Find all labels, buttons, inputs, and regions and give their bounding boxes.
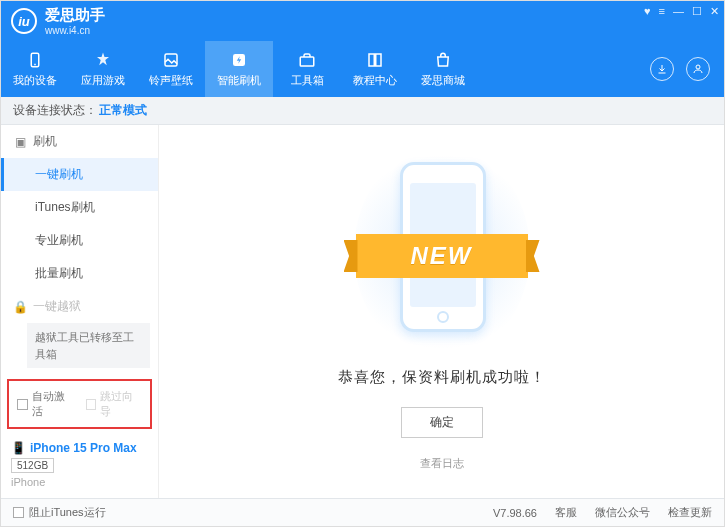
lock-icon: 🔒 (13, 300, 27, 314)
device-name: iPhone 15 Pro Max (30, 441, 137, 455)
book-icon (365, 50, 385, 70)
view-log-link[interactable]: 查看日志 (420, 456, 464, 471)
device-info: 📱 iPhone 15 Pro Max 512GB iPhone (1, 435, 158, 498)
sidebar-item-itunes-flash[interactable]: iTunes刷机 (1, 191, 158, 224)
logo-icon: iu (11, 8, 37, 34)
checkbox-skip-guide[interactable]: 跳过向导 (86, 389, 143, 419)
sidebar-item-one-click-flash[interactable]: 一键刷机 (1, 158, 158, 191)
close-icon[interactable]: ✕ (710, 5, 719, 18)
sidebar-item-batch-flash[interactable]: 批量刷机 (1, 257, 158, 290)
device-icon (25, 50, 45, 70)
user-button[interactable] (686, 57, 710, 81)
new-ribbon: NEW (356, 234, 528, 278)
footer-link-wechat[interactable]: 微信公众号 (595, 505, 650, 520)
checkbox-icon (17, 399, 28, 410)
footer: 阻止iTunes运行 V7.98.66 客服 微信公众号 检查更新 (1, 498, 724, 526)
group-jailbreak: 🔒 一键越狱 (1, 290, 158, 323)
nav-toolbox[interactable]: 工具箱 (273, 41, 341, 97)
success-illustration: NEW (362, 152, 522, 352)
status-value: 正常模式 (99, 102, 147, 119)
maximize-icon[interactable]: ☐ (692, 5, 702, 18)
svg-rect-4 (300, 57, 314, 66)
nav-my-device[interactable]: 我的设备 (1, 41, 69, 97)
nav-tutorials[interactable]: 教程中心 (341, 41, 409, 97)
sidebar: ▣ 刷机 一键刷机 iTunes刷机 专业刷机 批量刷机 🔒 一键越狱 越狱工具… (1, 125, 159, 498)
wallpaper-icon (161, 50, 181, 70)
group-more[interactable]: ≡ 更多 (1, 372, 158, 373)
checkbox-auto-activate[interactable]: 自动激活 (17, 389, 74, 419)
device-type: iPhone (11, 476, 148, 488)
store-icon (433, 50, 453, 70)
nav-smart-flash[interactable]: 智能刷机 (205, 41, 273, 97)
nav-ringtones[interactable]: 铃声壁纸 (137, 41, 205, 97)
menu-icon[interactable]: ♥ (644, 5, 651, 18)
apps-icon (93, 50, 113, 70)
nav-apps-games[interactable]: 应用游戏 (69, 41, 137, 97)
app-url: www.i4.cn (45, 25, 105, 36)
top-nav: 我的设备 应用游戏 铃声壁纸 智能刷机 工具箱 教程中心 (1, 41, 724, 97)
app-logo: iu 爱思助手 www.i4.cn (11, 6, 105, 36)
sidebar-item-jailbreak-moved[interactable]: 越狱工具已转移至工具箱 (27, 323, 150, 368)
success-message: 恭喜您，保资料刷机成功啦！ (338, 368, 546, 387)
checkbox-icon (13, 507, 24, 518)
device-status-bar: 设备连接状态：正常模式 (1, 97, 724, 125)
minimize-icon[interactable]: — (673, 5, 684, 18)
group-flash[interactable]: ▣ 刷机 (1, 125, 158, 158)
checkbox-icon (86, 399, 97, 410)
download-button[interactable] (650, 57, 674, 81)
sidebar-item-pro-flash[interactable]: 专业刷机 (1, 224, 158, 257)
toolbox-icon (297, 50, 317, 70)
main-content: NEW 恭喜您，保资料刷机成功啦！ 确定 查看日志 (159, 125, 724, 498)
titlebar: iu 爱思助手 www.i4.cn ♥ ≡ — ☐ ✕ (1, 1, 724, 41)
phone-icon: 📱 (11, 441, 26, 455)
flash-icon (229, 50, 249, 70)
app-name: 爱思助手 (45, 6, 105, 25)
nav-store[interactable]: 爱思商城 (409, 41, 477, 97)
settings-icon[interactable]: ≡ (659, 5, 665, 18)
version-label: V7.98.66 (493, 507, 537, 519)
footer-link-update[interactable]: 检查更新 (668, 505, 712, 520)
footer-link-support[interactable]: 客服 (555, 505, 577, 520)
svg-point-5 (696, 65, 700, 69)
device-storage: 512GB (11, 458, 54, 473)
checkbox-block-itunes[interactable]: 阻止iTunes运行 (13, 505, 106, 520)
flash-icon: ▣ (13, 135, 27, 149)
ok-button[interactable]: 确定 (401, 407, 483, 438)
checkbox-highlight-area: 自动激活 跳过向导 (7, 379, 152, 429)
